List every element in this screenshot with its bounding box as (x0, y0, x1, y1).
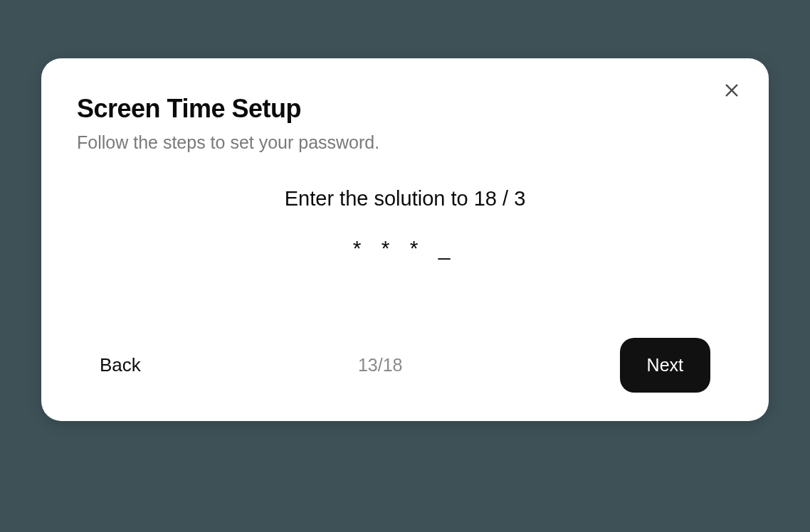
close-button[interactable] (720, 80, 743, 102)
prompt-section: Enter the solution to 18 / 3 * * * _ (77, 187, 733, 338)
dialog-subtitle: Follow the steps to set your password. (77, 132, 733, 153)
next-button[interactable]: Next (620, 338, 710, 393)
back-button[interactable]: Back (100, 354, 141, 376)
step-indicator: 13/18 (358, 355, 403, 376)
close-icon (724, 83, 740, 100)
dialog-title: Screen Time Setup (77, 94, 733, 124)
setup-dialog: Screen Time Setup Follow the steps to se… (41, 58, 769, 421)
password-input-display[interactable]: * * * _ (77, 236, 733, 260)
challenge-prompt: Enter the solution to 18 / 3 (77, 187, 733, 211)
dialog-footer: Back 13/18 Next (77, 338, 733, 393)
